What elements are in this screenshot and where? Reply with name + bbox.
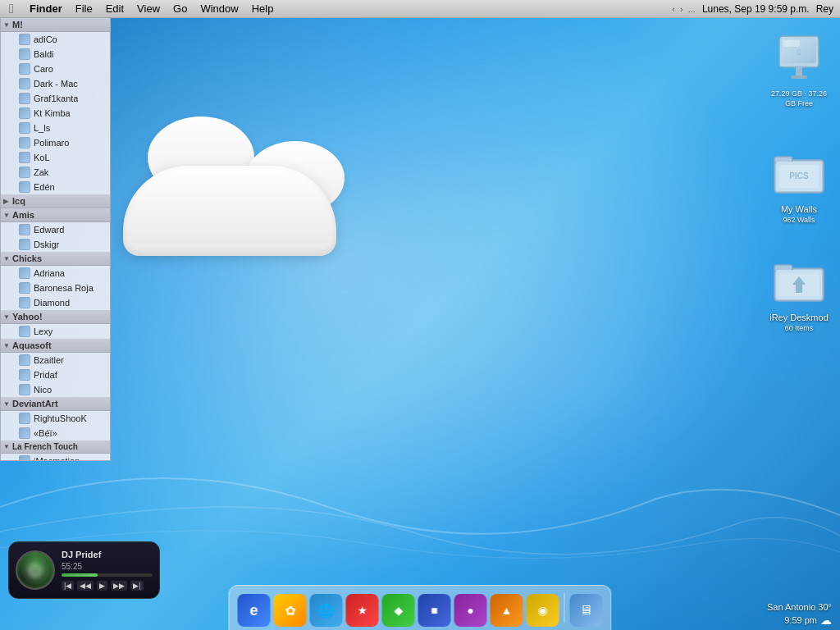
buddy-nico[interactable]: Nico: [1, 382, 110, 397]
walls-icon-label: My Walls 962 Walls: [778, 203, 820, 226]
group-header-m[interactable]: ▼ M!: [1, 18, 110, 32]
menubar-user: Rey: [816, 3, 833, 15]
menu-window[interactable]: Window: [194, 0, 244, 18]
buddy-adriana[interactable]: Adriana: [1, 266, 110, 281]
hd-icon-image: : [773, 33, 825, 85]
dock-icon-purple[interactable]: ●: [454, 594, 487, 627]
menu-help[interactable]: Help: [245, 0, 281, 18]
dock-icon-red[interactable]: ★: [346, 594, 379, 627]
player-progress-fill: [62, 573, 98, 577]
group-arrow-yahoo: ▼: [3, 313, 10, 321]
buddy-kt-kimba[interactable]: Kt Kimba: [1, 106, 110, 121]
buddy-graf1kanta[interactable]: Graf1kanta: [1, 91, 110, 106]
menu-go[interactable]: Go: [167, 0, 194, 18]
buddy-name-diamond: Diamond: [34, 298, 70, 308]
group-header-icq[interactable]: ▶ Icq: [1, 194, 110, 208]
group-header-french[interactable]: ▼ La French Touch: [1, 441, 110, 454]
apple-menu[interactable]: : [0, 2, 23, 16]
orange-icon-symbol: ▲: [501, 604, 513, 617]
group-label-amis: Amis: [12, 210, 34, 220]
buddy-diamond[interactable]: Diamond: [1, 295, 110, 310]
menu-view[interactable]: View: [130, 0, 167, 18]
buddy-baronesa[interactable]: Baronesa Roja: [1, 281, 110, 295]
green-icon-symbol: ◆: [394, 604, 403, 617]
menubar:  Finder File Edit View Go Window Help ‹…: [0, 0, 840, 18]
buddy-name-edward: Edward: [34, 225, 64, 235]
buddy-adico[interactable]: adiCo: [1, 32, 110, 47]
buddy-lexy[interactable]: Lexy: [1, 324, 110, 339]
ie-icon-symbol: e: [249, 602, 258, 619]
buddy-lls[interactable]: L_ls: [1, 121, 110, 135]
player-controls[interactable]: |◀ ◀◀ ▶ ▶▶ ▶|: [62, 581, 153, 591]
menu-file[interactable]: File: [69, 0, 99, 18]
buddy-dark-mac[interactable]: Dark - Mac: [1, 76, 110, 91]
svg-text:: : [797, 48, 801, 57]
buddy-rightushook[interactable]: RightuShooK: [1, 411, 110, 426]
globe-icon-symbol: 🌐: [318, 603, 335, 619]
dock-icon-aim[interactable]: ✿: [274, 594, 307, 627]
buddy-bzaitler[interactable]: Bzaitler: [1, 353, 110, 368]
dock-icon-finder[interactable]: 🖥: [570, 594, 603, 627]
buddy-zak[interactable]: Zak: [1, 165, 110, 180]
svg-rect-11: [779, 165, 819, 188]
dock-icon-orange[interactable]: ▲: [491, 594, 523, 627]
group-header-amis[interactable]: ▼ Amis: [1, 208, 110, 222]
buddy-pridaf[interactable]: Pridaf: [1, 368, 110, 382]
player-track-name: DJ Pridef: [62, 550, 153, 559]
buddy-edward[interactable]: Edward: [1, 222, 110, 237]
buddy-avatar-dskigr: [19, 239, 30, 250]
desktop-icon-walls[interactable]: PICS My Walls 962 Walls: [758, 140, 840, 232]
menu-edit[interactable]: Edit: [99, 0, 130, 18]
dock-icon-yellow[interactable]: ◉: [527, 594, 559, 627]
group-header-yahoo[interactable]: ▼ Yahoo!: [1, 310, 110, 324]
buddy-avatar-edward: [19, 224, 30, 235]
player-rewind-btn[interactable]: ◀◀: [77, 581, 94, 591]
buddy-eden[interactable]: Edén: [1, 180, 110, 194]
player-prev-btn[interactable]: |◀: [62, 581, 74, 591]
folder-down-svg: [773, 257, 825, 306]
group-header-deviantart[interactable]: ▼ DeviantArt: [1, 397, 110, 411]
nav-arrows[interactable]: ‹ › ...: [672, 4, 696, 14]
buddy-avatar-rightushook: [19, 413, 30, 424]
player-info: DJ Pridef 55:25 |◀ ◀◀ ▶ ▶▶ ▶|: [62, 550, 153, 591]
buddy-avatar-baronesa: [19, 282, 30, 294]
dock-icon-blue[interactable]: ■: [418, 594, 451, 627]
walls-icon-image: PICS: [773, 147, 825, 199]
dock-icon-globe[interactable]: 🌐: [310, 594, 343, 627]
buddy-avatar-dark: [19, 78, 30, 89]
player-next-btn[interactable]: ▶|: [130, 581, 143, 591]
cloud-shape: [107, 125, 369, 256]
desktop-icon-deskmod[interactable]: iRey Deskmod 60 Items: [758, 249, 840, 340]
player-play-btn[interactable]: ▶: [97, 581, 107, 591]
group-header-chicks[interactable]: ▼ Chicks: [1, 252, 110, 266]
group-label-deviantart: DeviantArt: [12, 399, 58, 409]
buddy-name-kt: Kt Kimba: [34, 108, 71, 118]
status-city: San Antonio 30°: [767, 599, 832, 614]
buddy-avatar-caro: [19, 63, 30, 75]
group-header-aquasoft[interactable]: ▼ Aquasoft: [1, 339, 110, 353]
desktop-icon-hd[interactable]:  27.29 GB · 37.26 GB Free: [758, 26, 840, 116]
group-label-yahoo: Yahoo!: [12, 312, 43, 322]
buddy-name-bzaitler: Bzaitler: [34, 355, 64, 365]
buddy-avatar-poli: [19, 137, 30, 148]
buddy-name-lexy: Lexy: [34, 326, 52, 336]
buddy-name-adico: adiCo: [34, 34, 57, 44]
buddy-name-lls: L_ls: [34, 123, 50, 133]
menu-finder[interactable]: Finder: [23, 0, 69, 18]
hd-disk-storage: 27.29 GB · 37.26 GB Free: [765, 89, 833, 109]
buddy-bei[interactable]: «Béï»: [1, 426, 110, 441]
dock-icon-ie[interactable]: e: [238, 594, 271, 627]
buddy-name-poli: Polimaro: [34, 138, 69, 148]
weather-cloud-icon: ☁: [820, 614, 832, 627]
buddy-avatar-nico: [19, 384, 30, 395]
dock-icon-green[interactable]: ◆: [382, 594, 415, 627]
player-forward-btn[interactable]: ▶▶: [111, 581, 127, 591]
buddy-kol[interactable]: KoL: [1, 150, 110, 165]
buddy-baldi[interactable]: Baldi: [1, 47, 110, 62]
desktop-cloud: [107, 125, 369, 256]
buddy-dskigr[interactable]: Dskigr: [1, 237, 110, 252]
buddy-imacmotion[interactable]: iMacmotion: [1, 454, 110, 461]
buddy-polimaro[interactable]: Polimaro: [1, 135, 110, 150]
buddy-caro[interactable]: Caro: [1, 62, 110, 76]
svg-rect-5: [791, 75, 807, 79]
